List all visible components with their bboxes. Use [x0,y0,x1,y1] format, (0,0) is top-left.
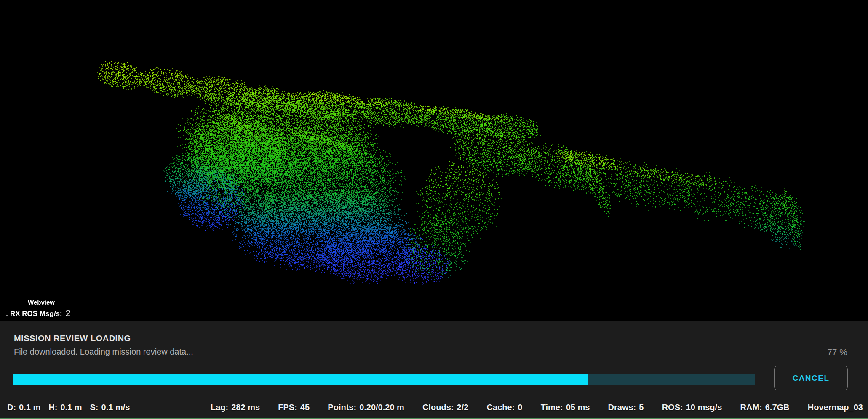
mission-review-loading-panel: MISSION REVIEW LOADING File downloaded. … [0,321,868,419]
status-metric-value: 2/2 [457,403,469,412]
status-metric-value: 0.1 m [19,403,40,412]
progress-bar [13,374,755,385]
status-metric: FPS:45 [278,403,310,412]
webview-label: Webview [28,299,55,306]
app-window: Webview ↓RX ROS Msg/s:2 MISSION REVIEW L… [0,0,868,419]
status-metric: Lag:282 ms [211,403,260,412]
pointcloud-canvas[interactable] [0,0,868,321]
status-metric-label: Clouds: [422,403,454,412]
status-left-group: D:0.1 mH:0.1 mS:0.1 m/s [7,403,130,412]
status-metric-value: 282 ms [231,403,260,412]
status-metric: ROS:10 msg/s [662,403,722,412]
status-metric-label: S: [90,403,99,412]
status-metric-value: 5 [639,403,644,412]
status-metric-label: FPS: [278,403,297,412]
status-bar: D:0.1 mH:0.1 mS:0.1 m/s Lag:282 msFPS:45… [0,403,868,417]
status-metric: H:0.1 m [48,403,82,412]
status-metric-value: 6.7GB [765,403,790,412]
status-metric-label: D: [7,403,16,412]
status-metric: Clouds:2/2 [422,403,468,412]
ros-msg-label: RX ROS Msg/s: [10,310,62,318]
down-arrow-icon: ↓ [5,310,8,317]
device-name: Hovermap_03 [808,403,863,412]
status-metric-label: Lag: [211,403,228,412]
status-metric-label: Time: [541,403,563,412]
loading-message: File downloaded. Loading mission review … [14,347,193,357]
progress-bar-fill [13,374,588,385]
status-metric-value: 0.1 m [60,403,82,412]
status-metric-value: 05 ms [566,403,590,412]
status-metrics-group: Lag:282 msFPS:45Points:0.20/0.20 mClouds… [211,403,863,412]
pointcloud-viewport: Webview ↓RX ROS Msg/s:2 [0,0,868,321]
status-metric: Draws:5 [608,403,644,412]
loading-percent: 77 % [827,347,847,357]
status-metric: Time:05 ms [541,403,590,412]
status-metric-label: Draws: [608,403,636,412]
status-metric-value: 0.20/0.20 m [359,403,404,412]
status-metric: S:0.1 m/s [90,403,130,412]
status-metric: Points:0.20/0.20 m [328,403,404,412]
status-metric: D:0.1 m [7,403,40,412]
status-metric-label: ROS: [662,403,683,412]
status-metric-label: Points: [328,403,356,412]
status-metric: Cache:0 [487,403,523,412]
status-metric-label: RAM: [740,403,762,412]
status-metric: RAM:6.7GB [740,403,790,412]
cancel-button[interactable]: CANCEL [774,366,848,390]
status-metric-value: 0.1 m/s [101,403,130,412]
loading-title: MISSION REVIEW LOADING [14,334,131,343]
ros-msg-counter: ↓RX ROS Msg/s:2 [5,308,70,318]
status-metric-value: 10 msg/s [686,403,722,412]
ros-msg-value: 2 [66,308,71,318]
status-metric-value: 45 [300,403,310,412]
status-metric-label: H: [48,403,57,412]
status-metric-label: Cache: [487,403,515,412]
status-metric-value: 0 [518,403,522,412]
